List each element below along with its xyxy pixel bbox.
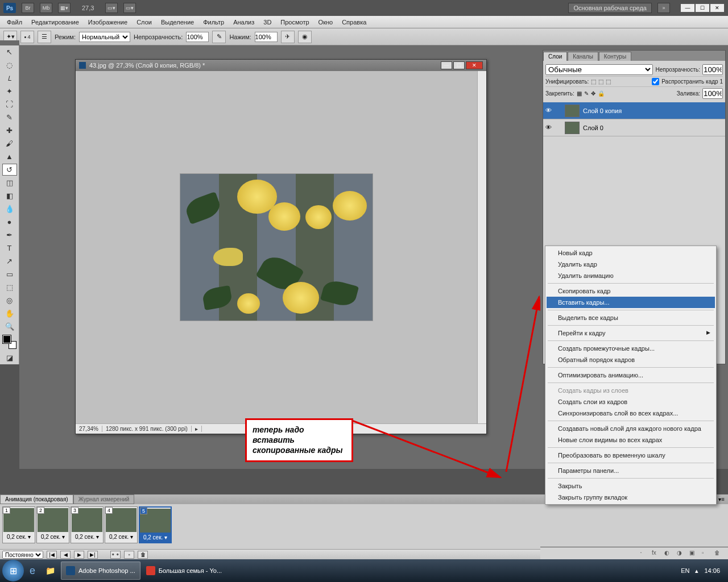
tab-paths[interactable]: Контуры bbox=[599, 52, 631, 61]
quickmask-tool[interactable]: ◪ bbox=[2, 352, 17, 364]
context-menu-item[interactable]: Создать слои из кадров bbox=[547, 396, 715, 408]
context-menu-item[interactable]: Удалить анимацию bbox=[547, 270, 715, 281]
menu-Фильтр[interactable]: Фильтр bbox=[198, 17, 229, 27]
fg-color-icon[interactable] bbox=[3, 335, 11, 343]
hand-tool[interactable]: ✋ bbox=[2, 307, 17, 319]
lang-indicator[interactable]: EN bbox=[681, 567, 689, 574]
close-button[interactable]: ✕ bbox=[710, 3, 725, 13]
zoom-value[interactable]: 27,3 bbox=[82, 5, 94, 11]
document-titlebar[interactable]: 43.jpg @ 27,3% (Слой 0 копия, RGB/8) * —… bbox=[76, 60, 486, 71]
path-select-tool[interactable]: ↗ bbox=[2, 255, 17, 267]
menu-Изображение[interactable]: Изображение bbox=[84, 17, 132, 27]
workspace-more-button[interactable]: » bbox=[657, 3, 670, 13]
group-icon[interactable]: ▣ bbox=[689, 550, 700, 558]
gradient-tool[interactable]: ◧ bbox=[2, 190, 17, 202]
lasso-tool[interactable]: 𝘓 bbox=[2, 72, 17, 84]
context-menu-item[interactable]: Преобразовать во временную шкалу bbox=[547, 450, 715, 461]
opacity-input[interactable] bbox=[186, 32, 209, 42]
lock-position-icon[interactable]: ✥ bbox=[591, 90, 595, 97]
3d-object-tool[interactable]: ⬚ bbox=[2, 281, 17, 293]
minimize-button[interactable]: — bbox=[680, 3, 695, 13]
menu-3D[interactable]: 3D bbox=[259, 17, 276, 27]
unify-position-icon[interactable]: ⬚ bbox=[591, 78, 596, 85]
context-menu-item[interactable]: Перейти к кадру▶ bbox=[547, 327, 715, 339]
stamp-tool[interactable]: ▲ bbox=[2, 151, 17, 163]
layer-opacity-input[interactable] bbox=[702, 64, 723, 75]
crop-tool[interactable]: ⛶ bbox=[2, 98, 17, 110]
context-menu-item[interactable]: Синхронизировать слой во всех кадрах... bbox=[547, 408, 715, 419]
color-swatches[interactable] bbox=[3, 335, 16, 349]
menu-Просмотр[interactable]: Просмотр bbox=[276, 17, 313, 27]
brush-panel-button[interactable]: ☰ bbox=[38, 31, 51, 43]
system-tray[interactable]: EN ▴ 14:06 bbox=[675, 567, 726, 575]
brush-tool[interactable]: 🖌 bbox=[2, 138, 17, 149]
context-menu-item[interactable]: Выделить все кадры bbox=[547, 312, 715, 323]
fill-input[interactable] bbox=[702, 88, 723, 99]
layer-name[interactable]: Слой 0 копия bbox=[583, 107, 622, 114]
maximize-button[interactable]: ☐ bbox=[695, 3, 710, 13]
context-menu-item[interactable]: Скопировать кадр bbox=[547, 285, 715, 297]
zoom-tool[interactable]: 🔍 bbox=[2, 321, 17, 332]
type-tool[interactable]: T bbox=[2, 242, 17, 254]
context-menu-item[interactable]: Создавать новый слой для каждого нового … bbox=[547, 423, 715, 434]
start-button[interactable]: ⊞ bbox=[2, 560, 24, 581]
context-menu-item[interactable]: Закрыть группу вкладок bbox=[547, 492, 715, 503]
unify-style-icon[interactable]: ⬚ bbox=[606, 78, 611, 85]
visibility-icon[interactable]: 👁 bbox=[545, 124, 553, 132]
bridge-button[interactable]: Br bbox=[22, 3, 34, 13]
taskbar-app[interactable]: Adobe Photoshop ... bbox=[61, 562, 140, 580]
frame-duration[interactable]: 0,2 сек. ▾ bbox=[140, 533, 171, 542]
layer-thumbnail[interactable] bbox=[565, 105, 580, 117]
tab-layers[interactable]: Слои bbox=[543, 52, 567, 61]
frame-duration[interactable]: 0,2 сек. ▾ bbox=[37, 532, 69, 542]
status-zoom[interactable]: 27,34% bbox=[76, 426, 102, 432]
loop-select[interactable]: Постоянно bbox=[2, 551, 43, 559]
doc-minimize-button[interactable]: — bbox=[441, 61, 452, 69]
document-canvas[interactable] bbox=[76, 71, 477, 423]
brush-preset-icon[interactable]: • 4 bbox=[20, 31, 34, 43]
context-menu-item[interactable]: Создать промежуточные кадры... bbox=[547, 343, 715, 354]
3d-camera-tool[interactable]: ◎ bbox=[2, 294, 17, 306]
tab-measurements[interactable]: Журнал измерений bbox=[73, 494, 135, 504]
magic-wand-tool[interactable]: ✦ bbox=[2, 85, 17, 97]
visibility-icon[interactable]: 👁 bbox=[545, 107, 553, 115]
animation-frame[interactable]: 30,2 сек. ▾ bbox=[71, 506, 104, 543]
tween-button[interactable]: ⚬⚬ bbox=[110, 551, 121, 559]
unify-visibility-icon[interactable]: ⬚ bbox=[598, 78, 603, 85]
layer-thumbnail[interactable] bbox=[565, 122, 580, 134]
tablet-pressure-icon[interactable]: ◉ bbox=[298, 31, 312, 43]
tab-channels[interactable]: Каналы bbox=[568, 52, 598, 61]
play-button[interactable]: ▶ bbox=[74, 551, 84, 559]
context-menu-item[interactable]: Оптимизировать анимацию... bbox=[547, 369, 715, 381]
opacity-pressure-icon[interactable]: ✎ bbox=[212, 31, 226, 43]
airbrush-icon[interactable]: ✈ bbox=[281, 31, 295, 43]
animation-frame[interactable]: 10,2 сек. ▾ bbox=[2, 506, 35, 543]
menu-Редактирование[interactable]: Редактирование bbox=[27, 17, 84, 27]
taskbar-app[interactable]: Большая семья - Yo... bbox=[142, 562, 226, 580]
panel-menu-icon[interactable]: ▾≡ bbox=[715, 496, 728, 502]
context-menu-item[interactable]: Вставить кадры... bbox=[547, 297, 715, 308]
marquee-tool[interactable]: ◌ bbox=[2, 59, 17, 71]
arrange-button[interactable]: ▭▾ bbox=[105, 3, 118, 13]
healing-brush-tool[interactable]: ✚ bbox=[2, 124, 17, 136]
layer-row[interactable]: 👁Слой 0 копия bbox=[543, 102, 725, 119]
menu-Файл[interactable]: Файл bbox=[2, 17, 27, 27]
flow-input[interactable] bbox=[255, 32, 278, 42]
viewmode-button[interactable]: ▦▾ bbox=[58, 3, 71, 13]
status-arrow-icon[interactable]: ▸ bbox=[192, 426, 202, 432]
frame-duration[interactable]: 0,2 сек. ▾ bbox=[105, 532, 137, 542]
lock-all-icon[interactable]: 🔒 bbox=[598, 90, 605, 97]
workspace-selector[interactable]: Основная рабочая среда bbox=[568, 3, 652, 13]
pen-tool[interactable]: ✒ bbox=[2, 229, 17, 241]
context-menu-item[interactable]: Параметры панели... bbox=[547, 465, 715, 476]
menu-Справка[interactable]: Справка bbox=[337, 17, 371, 27]
history-brush-tool[interactable]: ↺ bbox=[2, 164, 17, 176]
menu-Выделение[interactable]: Выделение bbox=[156, 17, 198, 27]
prev-frame-button[interactable]: ◀ bbox=[60, 551, 71, 559]
frame-duration[interactable]: 0,2 сек. ▾ bbox=[71, 532, 103, 542]
lock-pixels-icon[interactable]: ✎ bbox=[584, 90, 589, 97]
blend-mode-select[interactable]: Обычные bbox=[545, 64, 653, 75]
shape-tool[interactable]: ▭ bbox=[2, 268, 17, 280]
doc-scrollbar-vertical[interactable] bbox=[477, 71, 486, 423]
context-menu-item[interactable]: Новый кадр bbox=[547, 247, 715, 259]
